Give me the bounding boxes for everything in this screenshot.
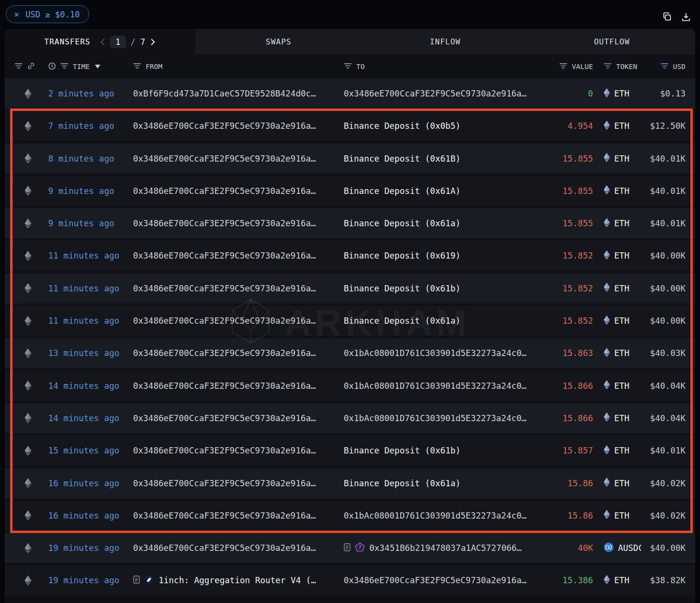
from-address[interactable]: 0x3486eE700CcaF3E2F9C5eC9730a2e916a…: [133, 186, 344, 196]
filter-icon[interactable]: [133, 63, 141, 70]
token-cell[interactable]: ETH: [593, 380, 641, 391]
to-address[interactable]: Binance Deposit (0x61a): [344, 219, 550, 228]
filter-icon-active[interactable]: [660, 63, 669, 70]
token-cell[interactable]: ETH: [593, 153, 641, 164]
filter-icon[interactable]: [559, 63, 567, 70]
transaction-time-link[interactable]: 8 minutes ago: [41, 154, 133, 164]
token-cell[interactable]: ETH: [593, 250, 641, 261]
transaction-time-link[interactable]: 11 minutes ago: [41, 316, 133, 326]
table-row[interactable]: 11 minutes ago0x3486eE700CcaF3E2F9C5eC97…: [5, 274, 695, 303]
to-address[interactable]: 0x1bAc08001D761C303901d5E32273a24c0…: [344, 381, 550, 391]
transaction-time-link[interactable]: 19 minutes ago: [41, 576, 133, 585]
table-row[interactable]: 16 minutes ago0x3486eE700CcaF3E2F9C5eC97…: [5, 468, 695, 498]
table-row[interactable]: 14 minutes ago0x3486eE700CcaF3E2F9C5eC97…: [5, 403, 695, 433]
from-address[interactable]: 0xBf6F9cd473a7D1CaeC57DE9528B424d0c…: [133, 89, 344, 98]
token-cell[interactable]: ETH: [593, 478, 641, 489]
transaction-time-link[interactable]: 9 minutes ago: [41, 219, 133, 228]
token-cell[interactable]: ETH: [593, 88, 641, 99]
transaction-time-link[interactable]: 16 minutes ago: [41, 479, 133, 488]
table-row[interactable]: 8 minutes ago0x3486eE700CcaF3E2F9C5eC973…: [5, 144, 695, 174]
from-address[interactable]: 0x3486eE700CcaF3E2F9C5eC9730a2e916a…: [133, 511, 344, 521]
from-address[interactable]: 0x3486eE700CcaF3E2F9C5eC9730a2e916a…: [133, 251, 344, 260]
to-address[interactable]: Binance Deposit (0x619): [344, 251, 550, 260]
to-address[interactable]: Binance Deposit (0x0b5): [344, 121, 550, 131]
transaction-time-link[interactable]: 11 minutes ago: [41, 251, 133, 260]
column-header-usd[interactable]: USD: [641, 63, 686, 70]
from-address[interactable]: 0x3486eE700CcaF3E2F9C5eC9730a2e916a…: [133, 413, 344, 423]
table-row[interactable]: 11 minutes ago0x3486eE700CcaF3E2F9C5eC97…: [5, 306, 695, 336]
from-address[interactable]: 0x3486eE700CcaF3E2F9C5eC9730a2e916a…: [133, 543, 344, 553]
token-cell[interactable]: ETH: [593, 575, 641, 586]
token-cell[interactable]: ETH: [593, 121, 641, 132]
column-header-from[interactable]: FROM: [133, 63, 344, 70]
from-address[interactable]: 0x3486eE700CcaF3E2F9C5eC9730a2e916a…: [133, 284, 344, 293]
table-row[interactable]: 2 minutes ago0xBf6F9cd473a7D1CaeC57DE952…: [5, 79, 695, 109]
to-address[interactable]: Binance Deposit (0x61A): [344, 186, 550, 196]
to-address[interactable]: 0x3486eE700CcaF3E2F9C5eC9730a2e916a…: [344, 576, 550, 585]
table-row[interactable]: 11 minutes ago0x3486eE700CcaF3E2F9C5eC97…: [5, 241, 695, 271]
to-address[interactable]: Binance Deposit (0x61b): [344, 284, 550, 293]
from-address[interactable]: 0x3486eE700CcaF3E2F9C5eC9730a2e916a…: [133, 154, 344, 164]
token-cell[interactable]: ETH: [593, 185, 641, 196]
from-address[interactable]: 0x3486eE700CcaF3E2F9C5eC9730a2e916a…: [133, 219, 344, 228]
transaction-time-link[interactable]: 16 minutes ago: [41, 511, 133, 521]
table-row[interactable]: 19 minutes ago0x3486eE700CcaF3E2F9C5eC97…: [5, 533, 695, 563]
tab-transfers[interactable]: TRANSFERS 1 / 7: [5, 29, 195, 55]
from-address[interactable]: 1inch: Aggregation Router V4 (…: [133, 575, 344, 587]
token-cell[interactable]: ETH: [593, 412, 641, 424]
to-address[interactable]: 0x1bAc08001D761C303901d5E32273a24c0…: [344, 413, 550, 423]
table-row[interactable]: 13 minutes ago0x3486eE700CcaF3E2F9C5eC97…: [5, 338, 695, 368]
transaction-time-link[interactable]: 11 minutes ago: [41, 284, 133, 293]
link-icon[interactable]: [27, 62, 35, 71]
from-address[interactable]: 0x3486eE700CcaF3E2F9C5eC9730a2e916a…: [133, 316, 344, 326]
filter-icon[interactable]: [14, 63, 23, 70]
from-address[interactable]: 0x3486eE700CcaF3E2F9C5eC9730a2e916a…: [133, 479, 344, 488]
token-cell[interactable]: ETH: [593, 315, 641, 327]
table-row[interactable]: 7 minutes ago0x3486eE700CcaF3E2F9C5eC973…: [5, 111, 695, 141]
tab-swaps[interactable]: SWAPS: [195, 29, 362, 55]
usd-filter-chip[interactable]: × USD ≥ $0.10: [6, 5, 89, 23]
remove-filter-icon[interactable]: ×: [14, 10, 19, 19]
to-address[interactable]: Binance Deposit (0x61a): [344, 316, 550, 326]
transaction-time-link[interactable]: 14 minutes ago: [41, 381, 133, 391]
from-address[interactable]: 0x3486eE700CcaF3E2F9C5eC9730a2e916a…: [133, 446, 344, 455]
tab-outflow[interactable]: OUTFLOW: [528, 29, 695, 55]
token-cell[interactable]: ETH: [593, 510, 641, 521]
table-row[interactable]: 16 minutes ago0x3486eE700CcaF3E2F9C5eC97…: [5, 501, 695, 531]
token-cell[interactable]: ETH: [593, 218, 641, 229]
to-address[interactable]: Binance Deposit (0x61b): [344, 446, 550, 455]
column-header-token[interactable]: TOKEN: [593, 63, 641, 70]
transaction-time-link[interactable]: 9 minutes ago: [41, 186, 133, 196]
filter-icon-active[interactable]: [604, 63, 612, 70]
to-address[interactable]: 0x3486eE700CcaF3E2F9C5eC9730a2e916a…: [344, 89, 550, 98]
column-header-to[interactable]: TO: [344, 63, 550, 70]
filter-icon[interactable]: [60, 63, 68, 70]
page-next-icon[interactable]: [150, 38, 156, 46]
transaction-time-link[interactable]: 7 minutes ago: [41, 121, 133, 131]
from-address[interactable]: 0x3486eE700CcaF3E2F9C5eC9730a2e916a…: [133, 381, 344, 391]
table-row[interactable]: 14 minutes ago0x3486eE700CcaF3E2F9C5eC97…: [5, 371, 695, 401]
transaction-time-link[interactable]: 15 minutes ago: [41, 446, 133, 455]
token-cell[interactable]: ETH: [593, 445, 641, 456]
token-cell[interactable]: ETH: [593, 283, 641, 294]
sort-desc-icon[interactable]: [95, 65, 100, 69]
to-address[interactable]: ?0x3451B6b219478037a1AC5727066…: [344, 542, 550, 554]
filter-icon[interactable]: [344, 63, 352, 70]
copy-icon[interactable]: [662, 12, 673, 24]
to-address[interactable]: 0x1bAc08001D761C303901d5E32273a24c0…: [344, 511, 550, 521]
from-address[interactable]: 0x3486eE700CcaF3E2F9C5eC9730a2e916a…: [133, 121, 344, 131]
transaction-time-link[interactable]: 2 minutes ago: [41, 89, 133, 98]
table-row[interactable]: 19 minutes ago1inch: Aggregation Router …: [5, 565, 695, 595]
page-prev-icon[interactable]: [100, 38, 106, 46]
download-icon[interactable]: [681, 12, 691, 24]
column-header-value[interactable]: VALUE: [550, 63, 593, 70]
table-row[interactable]: 9 minutes ago0x3486eE700CcaF3E2F9C5eC973…: [5, 208, 695, 238]
transaction-time-link[interactable]: 13 minutes ago: [41, 348, 133, 358]
tab-inflow[interactable]: INFLOW: [362, 29, 529, 55]
table-row[interactable]: 9 minutes ago0x3486eE700CcaF3E2F9C5eC973…: [5, 176, 695, 206]
from-address[interactable]: 0x3486eE700CcaF3E2F9C5eC9730a2e916a…: [133, 348, 344, 358]
column-header-time[interactable]: TIME: [41, 62, 133, 71]
token-cell[interactable]: $AUSDC: [593, 542, 641, 554]
transaction-time-link[interactable]: 14 minutes ago: [41, 413, 133, 423]
to-address[interactable]: Binance Deposit (0x61B): [344, 154, 550, 164]
